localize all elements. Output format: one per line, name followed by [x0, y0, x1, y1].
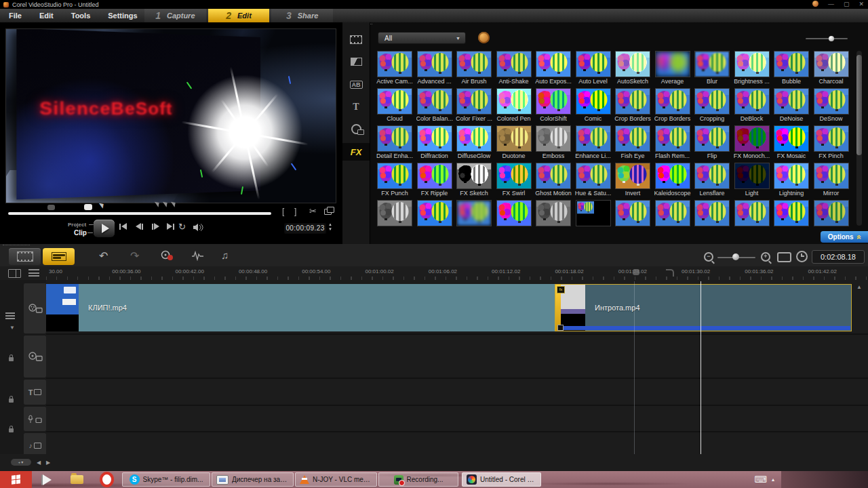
project-duration[interactable]: 0:02:08.18 — [812, 250, 865, 264]
fx-thumbnail-ghost-motion[interactable]: Ghost Motion — [535, 163, 572, 197]
previous-frame-button[interactable] — [136, 223, 143, 230]
maximize-button[interactable]: ▢ — [844, 1, 850, 7]
fx-thumbnail-flash-rem[interactable]: Flash Rem... — [654, 125, 691, 159]
chapter-marker-icon[interactable] — [666, 269, 674, 277]
fx-thumbnail-mirror[interactable]: Mirror — [813, 163, 850, 197]
fx-thumbnail[interactable] — [376, 200, 413, 227]
fx-thumbnail-color-fixer[interactable]: Color Fixer ... — [456, 88, 492, 122]
split-clip-scissors-button[interactable]: ✂ — [309, 207, 317, 216]
fx-thumbnail[interactable] — [614, 200, 651, 227]
fx-thumbnail-kaleidoscope[interactable]: Kaleidoscope — [654, 163, 691, 197]
play-button[interactable] — [94, 220, 115, 237]
taskbar-vlc-button[interactable]: N-JOY - VLC med... — [295, 472, 377, 487]
taskbar-skype-button[interactable]: S Skype™ - filip.dim... — [122, 472, 210, 487]
fx-thumbnail-active-cam[interactable]: Active Cam... — [376, 51, 413, 85]
sound-mixer-icon[interactable] — [191, 251, 205, 261]
fx-thumbnail-duotone[interactable]: Duotone — [496, 125, 532, 159]
duration-clock-icon[interactable] — [796, 251, 808, 262]
lock-overlay-track-icon[interactable] — [9, 357, 14, 361]
fx-thumbnail-average[interactable]: Average — [654, 51, 691, 85]
timeline-playhead[interactable] — [701, 281, 701, 454]
lock-title-track-icon[interactable] — [9, 399, 14, 403]
clip-mode-label[interactable]: Clip — [74, 229, 87, 237]
preview-timecode[interactable]: 00:00:09.23 — [283, 222, 327, 235]
fx-thumbnail-fx-monoch[interactable]: FX Monoch... — [734, 125, 770, 159]
user-account-icon[interactable] — [812, 1, 818, 7]
video-track-header[interactable] — [24, 283, 46, 333]
scroll-left-arrow[interactable]: ◀ — [37, 460, 41, 466]
trim-marker-start[interactable] — [47, 205, 55, 210]
fx-thumbnail[interactable] — [535, 200, 572, 227]
fx-thumbnail-autosketch[interactable]: AutoSketch — [614, 51, 651, 85]
tab-edit[interactable]: 2 Edit — [208, 9, 270, 22]
zoom-out-icon[interactable]: − — [704, 252, 713, 262]
fx-thumbnail-hue-satu[interactable]: Hue & Satu... — [575, 163, 612, 197]
overlay-track-header[interactable] — [24, 336, 46, 378]
fx-thumbnail-lightning[interactable]: Lightning — [773, 163, 810, 197]
fx-thumbnail-brightness[interactable]: Brightness ... — [734, 51, 770, 85]
fx-thumbnail-fish-eye[interactable]: Fish Eye — [614, 125, 651, 159]
fx-thumbnail[interactable] — [575, 200, 612, 227]
fx-thumbnail[interactable] — [734, 200, 770, 227]
timecode-stepper[interactable]: ▲▼ — [328, 222, 332, 232]
timeline-zoom-knob[interactable] — [732, 253, 739, 260]
fx-thumbnail-fx-pinch[interactable]: FX Pinch — [813, 125, 850, 159]
redo-button[interactable]: ↷ — [130, 249, 139, 262]
fx-thumbnail-desnow[interactable]: DeSnow — [813, 88, 850, 122]
record-capture-icon[interactable] — [160, 250, 174, 261]
fx-thumbnail-auto-expos[interactable]: Auto Expos... — [535, 51, 572, 85]
playhead-marker[interactable] — [84, 204, 92, 210]
timeline-ruler[interactable]: 30.0000:00:36.0000:00:42.0000:00:48.0000… — [0, 266, 868, 281]
clip-volume-bar[interactable] — [561, 326, 850, 330]
mark-out-button[interactable]: ] — [294, 207, 296, 216]
storyboard-view-button[interactable] — [9, 248, 41, 265]
minimize-button[interactable]: — — [828, 1, 834, 7]
fx-thumbnail-cloud[interactable]: Cloud — [376, 88, 413, 122]
fx-thumbnail-invert[interactable]: Invert — [614, 163, 651, 197]
fx-thumbnail-air-brush[interactable]: Air Brush — [456, 51, 492, 85]
fx-thumbnail-fx-ripple[interactable]: FX Ripple — [416, 163, 453, 197]
touch-keyboard-icon[interactable]: ⌨ — [754, 474, 767, 485]
fx-thumbnail-enhance-li[interactable]: Enhance Li... — [575, 125, 612, 159]
fx-thumbnail-color-balan[interactable]: Color Balan... — [416, 88, 453, 122]
timeline-clip-introta[interactable]: Интрота.mp4 fx — [555, 284, 852, 331]
title-track-header[interactable]: T — [24, 380, 46, 405]
menu-tools[interactable]: Tools — [62, 12, 100, 20]
fx-thumbnail-fx-mosaic[interactable]: FX Mosaic — [773, 125, 810, 159]
fx-thumbnail-fx-sketch[interactable]: FX Sketch — [456, 163, 492, 197]
tab-capture[interactable]: 1 Capture — [144, 9, 206, 22]
fx-thumbnail-bubble[interactable]: Bubble — [773, 51, 810, 85]
fx-thumbnail-colored-pen[interactable]: Colored Pen — [496, 88, 532, 122]
taskbar-corel-button[interactable]: Untitled - Corel Vi... — [462, 472, 541, 487]
fx-thumbnail-auto-level[interactable]: Auto Level — [575, 51, 612, 85]
fx-thumbnail-denoise[interactable]: DeNoise — [773, 88, 810, 122]
project-mode-label[interactable]: Project — [68, 222, 86, 228]
taskbar-explorer-button[interactable] — [62, 471, 92, 488]
track-scroll-pill[interactable]: +▾ — [11, 459, 31, 466]
tab-share[interactable]: 3 Share — [271, 9, 333, 22]
taskbar-kmplayer-button[interactable] — [32, 471, 62, 488]
enlarge-preview-button[interactable] — [324, 209, 332, 215]
zoom-in-icon[interactable]: + — [761, 252, 770, 262]
auto-music-icon[interactable]: ♫ — [221, 249, 229, 261]
menu-edit[interactable]: Edit — [31, 12, 62, 20]
fx-thumbnail[interactable] — [496, 200, 532, 227]
timeline-view-button[interactable] — [43, 248, 75, 265]
mark-in-button[interactable]: [ — [282, 207, 284, 216]
close-button[interactable]: ✕ — [859, 1, 864, 7]
fx-thumbnail-colorshift[interactable]: ColorShift — [535, 88, 572, 122]
fx-thumbnail-crop-borders[interactable]: Crop Borders — [614, 88, 651, 122]
chevron-down-icon[interactable]: ▼ — [9, 325, 15, 331]
fx-thumbnail[interactable] — [694, 200, 730, 227]
fx-thumbnail-blur[interactable]: Blur — [694, 51, 730, 85]
tray-chevron-up-icon[interactable]: ▴ — [772, 476, 774, 483]
fx-thumbnail-advanced[interactable]: Advanced ... — [416, 51, 453, 85]
fx-thumbnail-detail-enha[interactable]: Detail Enha... — [376, 125, 413, 159]
fx-thumbnail-lensflare[interactable]: Lensflare — [694, 163, 730, 197]
volume-icon[interactable] — [193, 223, 203, 232]
fx-thumbnail-light[interactable]: Light — [734, 163, 770, 197]
fx-thumbnail-anti-shake[interactable]: Anti-Shake — [496, 51, 532, 85]
fx-thumbnail[interactable] — [773, 200, 810, 227]
voice-track-header[interactable] — [24, 407, 46, 431]
tracks-scroll-up-arrow[interactable]: ▲ — [856, 284, 862, 290]
